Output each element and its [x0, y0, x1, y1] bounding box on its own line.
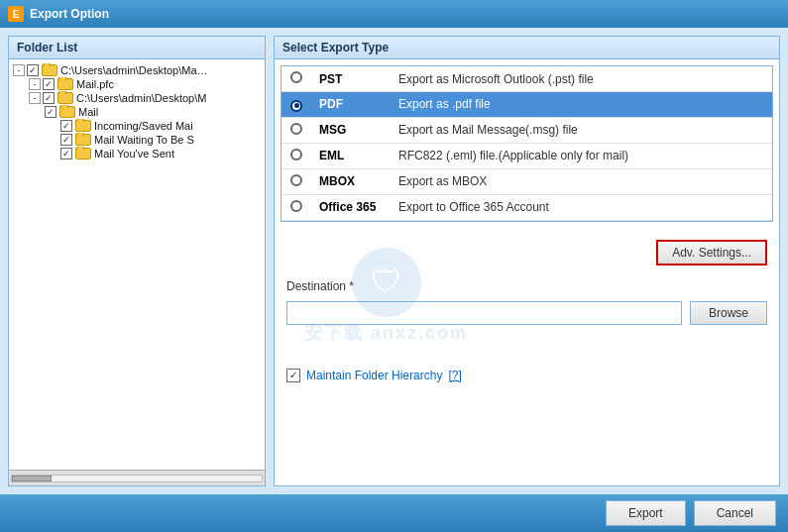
main-container: Folder List - C:\Users\admin\Desktop\Mai…	[0, 28, 788, 494]
tree-label-4: Mail	[78, 106, 98, 118]
export-row-eml[interactable]: EML RFC822 (.eml) file.(Applicable only …	[281, 143, 772, 168]
adv-settings-button[interactable]: Adv. Settings...	[656, 240, 767, 266]
tree-label-3: C:\Users\admin\Desktop\M	[76, 92, 206, 104]
checkbox-7[interactable]	[60, 148, 72, 160]
maintain-label: Maintain Folder Hierarchy	[306, 369, 442, 382]
destination-label: Destination *	[286, 279, 767, 293]
tree-label-5: Incoming/Saved Mai	[94, 120, 193, 132]
export-type-header: Select Export Type	[275, 37, 779, 59]
folder-icon-5	[75, 120, 91, 132]
radio-pst[interactable]	[290, 71, 302, 83]
tree-item-3[interactable]: - C:\Users\admin\Desktop\M	[13, 91, 261, 105]
export-row-office365[interactable]: Office 365 Export to Office 365 Account	[281, 194, 772, 220]
checkbox-4[interactable]	[45, 106, 56, 118]
maintain-folder-row: Maintain Folder Hierarchy [?]	[286, 363, 767, 388]
checkbox-6[interactable]	[60, 134, 72, 146]
tree-item-6[interactable]: Mail Waiting To Be S	[13, 133, 261, 147]
right-bottom-section: 🛡 安下载 anxz.com Adv. Settings... Destinat…	[275, 228, 779, 486]
export-types-container: PST Export as Microsoft Outlook (.pst) f…	[281, 65, 773, 222]
export-row-msg[interactable]: MSG Export as Mail Message(.msg) file	[281, 117, 772, 143]
tree-label-7: Mail You've Sent	[94, 148, 174, 160]
export-desc-pdf: Export as .pdf file	[391, 92, 772, 118]
expand-btn-3[interactable]: -	[29, 92, 41, 104]
left-panel: Folder List - C:\Users\admin\Desktop\Mai…	[8, 36, 266, 486]
maintain-help-link[interactable]: [?]	[448, 369, 461, 382]
scrollbar-thumb[interactable]	[12, 476, 52, 481]
folder-tree: - C:\Users\admin\Desktop\Mail1.pfc - Mai…	[9, 59, 265, 470]
export-desc-mbox: Export as MBOX	[391, 168, 772, 194]
tree-item-1[interactable]: - C:\Users\admin\Desktop\Mail1.pfc	[13, 63, 261, 77]
bottom-bar: Export Cancel	[0, 494, 788, 532]
export-label-office365: Office 365	[311, 194, 391, 220]
folder-icon-1	[42, 64, 57, 76]
export-label-msg: MSG	[311, 117, 391, 143]
tree-item-7[interactable]: Mail You've Sent	[13, 147, 261, 160]
export-label-mbox: MBOX	[311, 168, 391, 194]
export-types-table: PST Export as Microsoft Outlook (.pst) f…	[281, 66, 772, 221]
right-panel: Select Export Type PST Export as Microso…	[274, 36, 780, 486]
export-label-eml: EML	[311, 143, 391, 168]
folder-icon-3	[57, 92, 73, 104]
horizontal-scrollbar[interactable]	[9, 470, 265, 485]
expand-btn-1[interactable]: -	[13, 64, 25, 76]
expand-btn-2[interactable]: -	[29, 78, 41, 90]
adv-settings-row: Adv. Settings...	[286, 240, 767, 266]
folder-icon-7	[75, 148, 91, 160]
export-label-pst: PST	[311, 66, 391, 92]
checkbox-5[interactable]	[60, 120, 72, 132]
export-row-mbox[interactable]: MBOX Export as MBOX	[281, 168, 772, 194]
destination-row: Browse	[286, 301, 767, 325]
export-row-pst[interactable]: PST Export as Microsoft Outlook (.pst) f…	[281, 66, 772, 92]
export-desc-msg: Export as Mail Message(.msg) file	[391, 117, 772, 143]
maintain-checkbox[interactable]	[286, 369, 300, 382]
radio-office365[interactable]	[290, 200, 302, 212]
destination-input[interactable]	[286, 301, 682, 325]
export-desc-office365: Export to Office 365 Account	[391, 194, 772, 220]
radio-eml[interactable]	[290, 149, 302, 160]
browse-button[interactable]: Browse	[690, 301, 767, 325]
tree-label-2: Mail.pfc	[76, 78, 114, 90]
folder-icon-4	[59, 106, 75, 118]
tree-item-4[interactable]: Mail	[13, 105, 261, 119]
export-desc-eml: RFC822 (.eml) file.(Applicable only for …	[391, 143, 772, 168]
cancel-button[interactable]: Cancel	[694, 500, 776, 526]
checkbox-3[interactable]	[43, 92, 55, 104]
radio-msg[interactable]	[290, 123, 302, 135]
export-button[interactable]: Export	[606, 500, 686, 526]
export-row-pdf[interactable]: PDF Export as .pdf file	[281, 92, 772, 118]
radio-pdf[interactable]	[290, 100, 302, 112]
tree-item-2[interactable]: - Mail.pfc	[13, 77, 261, 91]
app-icon: E	[8, 6, 24, 22]
folder-icon-2	[57, 78, 73, 90]
scrollbar-track[interactable]	[11, 475, 263, 482]
checkbox-1[interactable]	[27, 64, 39, 76]
title-bar: E Export Option	[0, 0, 788, 28]
folder-list-header: Folder List	[9, 37, 265, 59]
checkbox-2[interactable]	[43, 78, 55, 90]
tree-label-6: Mail Waiting To Be S	[94, 134, 194, 146]
tree-item-5[interactable]: Incoming/Saved Mai	[13, 119, 261, 133]
radio-mbox[interactable]	[290, 174, 302, 186]
export-desc-pst: Export as Microsoft Outlook (.pst) file	[391, 66, 772, 92]
export-label-pdf: PDF	[311, 92, 391, 118]
title-text: Export Option	[30, 7, 109, 21]
folder-icon-6	[75, 134, 91, 146]
tree-label-1: C:\Users\admin\Desktop\Mail1.pfc	[60, 64, 209, 76]
